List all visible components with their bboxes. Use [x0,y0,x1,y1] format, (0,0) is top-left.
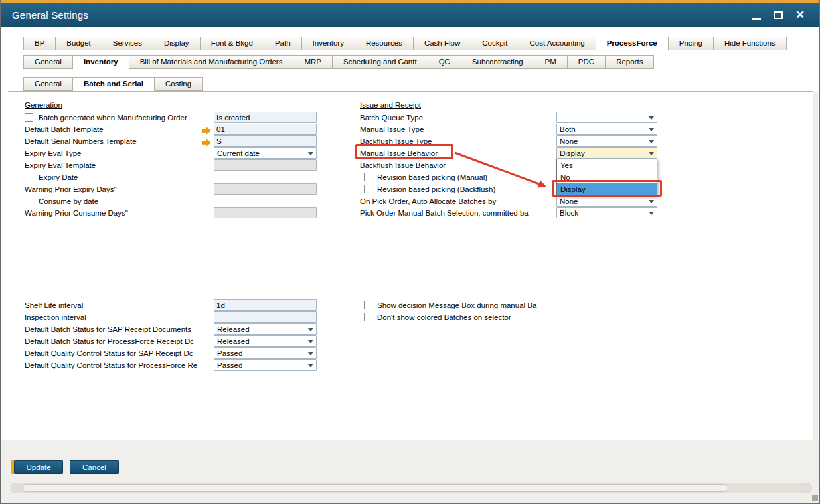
tab-cost-accounting[interactable]: Cost Accounting [519,37,596,50]
batch-and-serial-panel: Generation Issue and Receipt YesNoDispla… [8,91,813,440]
checkbox-batch-generated-when-manufacturing-order[interactable] [25,113,33,122]
minimize-button[interactable] [748,7,764,23]
checkbox-expiry-date[interactable] [25,173,33,181]
field-batch-generated-when-manufacturing-order[interactable] [214,112,317,123]
label-warning-prior-consume-days: Warning Prior Consume Days" [25,207,128,219]
combo-on-pick-order-auto-allocate-batches-by[interactable]: None [556,195,657,207]
generation-heading: Generation [25,99,62,111]
manual-issue-behavior-dropdown-list: YesNoDisplay [556,159,657,196]
link-arrow-icon-default-serial-numbers-template[interactable] [202,137,211,145]
combo-value-expiry-eval-type: Current date [217,149,260,158]
combo-backflush-issue-type[interactable]: None [556,135,657,147]
tab-processforce[interactable]: ProcessForce [596,37,669,50]
combo-default-batch-status-for-sap-receipt-documents[interactable]: Released [214,323,317,335]
tab-scheduling-and-gantt[interactable]: Scheduling and Gantt [333,55,428,69]
checkbox-revision-based-picking-backflush[interactable] [364,185,372,193]
label-on-pick-order-auto-allocate-batches-by: On Pick Order, Auto Allocate Batches by [360,195,496,207]
label-default-quality-control-status-for-sap-receipt-dc: Default Quality Control Status for SAP R… [25,347,193,359]
label-shelf-life-interval: Shelf Life interval [25,299,83,311]
label-warning-prior-expiry-days: Warning Prior Expiry Days" [25,183,117,195]
tab-general[interactable]: General [23,77,73,91]
label-batch-queue-type: Batch Queue Type [360,112,423,124]
tab-cash-flow[interactable]: Cash Flow [414,37,471,50]
dropdown-item-yes[interactable]: Yes [557,159,657,171]
field-default-serial-numbers-template[interactable] [214,135,317,147]
combo-value-backflush-issue-type: None [560,137,578,146]
maximize-icon [774,11,783,19]
field-expiry-eval-template [214,159,317,171]
combo-value-default-quality-control-status-for-sap-receipt-dc: Passed [217,349,242,358]
combo-value-default-batch-status-for-sap-receipt-documents: Released [217,325,250,334]
field-inspection-interval[interactable] [214,311,317,323]
combo-manual-issue-behavior[interactable]: Display [556,147,657,159]
maximize-button[interactable] [770,7,786,23]
tab-inventory[interactable]: Inventory [73,55,129,69]
label-expiry-eval-template: Expiry Eval Template [25,159,96,171]
combo-pick-order-manual-batch-selection-committed-ba[interactable]: Block [556,207,657,218]
label-consume-by-date: Consume by date [39,195,98,207]
checkbox-consume-by-date[interactable] [25,197,33,205]
tab-cockpit[interactable]: Cockpit [471,37,519,50]
checkbox-show-decision-message-box-during-manual-ba[interactable] [364,301,372,309]
tab-mrp[interactable]: MRP [293,55,333,69]
combo-manual-issue-type[interactable]: Both [556,124,657,135]
label-inspection-interval: Inspection interval [25,311,86,323]
checkbox-revision-based-picking-manual[interactable] [364,173,372,181]
label-don-t-show-colored-batches-on-selector: Don't show colored Batches on selector [377,311,511,323]
combo-value-manual-issue-behavior: Display [560,149,585,158]
general-settings-window: General Settings ✕ BPBudgetServicesDispl… [0,0,820,504]
combo-expiry-eval-type[interactable]: Current date [214,147,317,159]
label-backflush-issue-behavior: Backflush Issue Behavior [360,159,446,171]
label-expiry-eval-type: Expiry Eval Type [25,147,81,159]
cancel-button[interactable]: Cancel [70,460,119,474]
label-default-batch-status-for-processforce-receipt-dc: Default Batch Status for ProcessForce Re… [25,335,194,347]
combo-batch-queue-type[interactable] [556,112,657,123]
label-default-batch-template: Default Batch Template [25,124,104,135]
tab-pm[interactable]: PM [534,55,568,69]
label-show-decision-message-box-during-manual-ba: Show decision Message Box during manual … [377,299,536,311]
dropdown-item-no[interactable]: No [557,171,657,183]
resize-grip[interactable] [812,495,818,501]
tab-costing[interactable]: Costing [155,77,203,91]
tab-pdc[interactable]: PDC [568,55,606,69]
close-button[interactable]: ✕ [792,7,808,23]
tab-font-bkgd[interactable]: Font & Bkgd [201,37,264,50]
label-revision-based-picking-backflush: Revision based picking (Backflush) [377,183,495,195]
combo-default-quality-control-status-for-processforce-re[interactable]: Passed [214,359,317,371]
titlebar: General Settings ✕ [1,3,819,27]
vertical-scrollbar[interactable] [813,92,818,440]
tab-subcontracting[interactable]: Subcontracting [461,55,534,69]
tab-display[interactable]: Display [153,37,201,50]
combo-default-batch-status-for-processforce-receipt-dc[interactable]: Released [214,335,317,347]
combo-value-on-pick-order-auto-allocate-batches-by: None [560,197,578,206]
tab-resources[interactable]: Resources [355,37,414,50]
tab-qc[interactable]: QC [428,55,461,69]
window-controls: ✕ [748,7,808,23]
window-title: General Settings [12,9,88,21]
tab-budget[interactable]: Budget [56,37,102,50]
label-default-serial-numbers-template: Default Serial Numbers Template [25,135,137,147]
label-default-quality-control-status-for-processforce-re: Default Quality Control Status for Proce… [25,359,197,371]
tab-pricing[interactable]: Pricing [669,37,714,50]
horizontal-scrollbar-thumb[interactable] [22,484,728,492]
tab-bp[interactable]: BP [23,37,56,50]
label-manual-issue-type: Manual Issue Type [360,124,424,135]
tab-inventory[interactable]: Inventory [302,37,355,50]
dropdown-item-display[interactable]: Display [557,183,657,195]
update-button[interactable]: Update [14,460,63,474]
link-arrow-icon-default-batch-template[interactable] [202,126,211,133]
field-shelf-life-interval[interactable] [214,299,317,311]
tab-reports[interactable]: Reports [606,55,654,69]
tab-batch-and-serial[interactable]: Batch and Serial [73,77,155,91]
tab-hide-functions[interactable]: Hide Functions [714,37,787,50]
tab-path[interactable]: Path [264,37,302,50]
horizontal-scrollbar-track[interactable] [11,483,812,493]
tab-bill-of-materials-and-manufacturing-orders[interactable]: Bill of Materials and Manufacturing Orde… [129,55,294,69]
combo-default-quality-control-status-for-sap-receipt-dc[interactable]: Passed [214,347,317,359]
tab-general[interactable]: General [23,55,73,69]
field-default-batch-template[interactable] [214,124,317,135]
label-pick-order-manual-batch-selection-committed-ba: Pick Order Manual Batch Selection, commi… [360,207,529,219]
checkbox-don-t-show-colored-batches-on-selector[interactable] [364,313,372,321]
tab-services[interactable]: Services [102,37,153,50]
combo-value-pick-order-manual-batch-selection-committed-ba: Block [560,209,578,218]
